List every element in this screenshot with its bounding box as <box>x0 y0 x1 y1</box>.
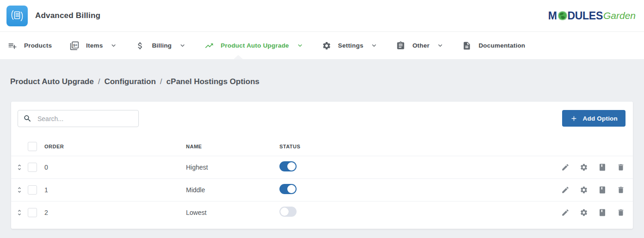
breadcrumb-separator: / <box>160 77 162 86</box>
status-toggle[interactable] <box>279 161 297 171</box>
navbar: Products9+ItemsBillingProduct Auto Upgra… <box>0 32 644 59</box>
row-checkbox[interactable] <box>28 185 37 195</box>
edit-action-button[interactable] <box>561 186 570 194</box>
nav-item-documentation[interactable]: Documentation <box>462 41 525 50</box>
chevron-down-icon <box>370 42 378 49</box>
row-actions <box>561 186 633 194</box>
drag-handle-icon[interactable] <box>16 186 23 194</box>
nav-item-label: Other <box>412 42 429 49</box>
add-option-button[interactable]: Add Option <box>562 110 625 127</box>
delete-action-button[interactable] <box>617 208 625 217</box>
column-header-status: STATUS <box>279 144 625 149</box>
options-card: Add Option ORDER NAME STATUS 0Highest1Mi… <box>11 102 633 229</box>
order-cell: 1 <box>44 186 186 194</box>
breadcrumb-item[interactable]: Product Auto Upgrade <box>10 77 94 86</box>
chevron-down-icon <box>110 42 118 49</box>
row-actions <box>561 163 633 171</box>
app-header: Advanced Billing M DULES Garden <box>0 0 644 32</box>
nav-item-other[interactable]: Other <box>396 41 444 50</box>
nav-item-label: Items <box>86 42 103 49</box>
row-checkbox[interactable] <box>28 208 37 217</box>
gear-icon <box>322 41 331 50</box>
active-tab-notch <box>234 55 243 59</box>
content-area: Product Auto Upgrade/Configuration/cPane… <box>0 59 644 238</box>
table-row: 0Highest <box>11 156 633 178</box>
status-toggle[interactable] <box>279 207 297 217</box>
order-cell: 0 <box>44 164 186 171</box>
table-row: 2Lowest <box>11 201 633 224</box>
brand-modules-m: M <box>548 10 557 22</box>
row-checkbox[interactable] <box>28 163 37 172</box>
dollar-icon <box>136 41 145 50</box>
name-cell: Middle <box>186 186 279 194</box>
search-icon <box>23 114 32 123</box>
edit-action-button[interactable] <box>561 208 570 217</box>
drag-handle-icon[interactable] <box>16 209 23 216</box>
table-header: ORDER NAME STATUS <box>11 137 633 156</box>
breadcrumb-item[interactable]: Configuration <box>104 77 155 86</box>
row-actions <box>561 208 633 217</box>
column-header-name: NAME <box>186 144 279 149</box>
add-option-label: Add Option <box>583 115 618 122</box>
chevron-down-icon <box>436 42 444 49</box>
breadcrumb: Product Auto Upgrade/Configuration/cPane… <box>0 59 644 86</box>
table-body: 0Highest1Middle2Lowest <box>11 156 633 224</box>
nav-item-items[interactable]: 9+Items <box>70 41 118 50</box>
brand-garden: Garden <box>603 10 636 21</box>
column-header-order: ORDER <box>44 144 186 149</box>
nav-item-label: Products <box>24 42 52 49</box>
log-action-button[interactable] <box>598 186 607 194</box>
log-action-button[interactable] <box>598 163 607 171</box>
chevron-down-icon <box>179 42 186 49</box>
configure-action-button[interactable] <box>580 208 588 217</box>
plus-icon <box>570 115 578 122</box>
app-logo-icon <box>6 6 28 26</box>
log-action-button[interactable] <box>598 208 607 217</box>
status-toggle[interactable] <box>279 184 297 194</box>
clipboard-icon <box>396 41 405 50</box>
edit-action-button[interactable] <box>561 163 570 171</box>
drag-handle-icon[interactable] <box>16 164 23 171</box>
nav-item-label: Documentation <box>478 42 525 49</box>
configure-action-button[interactable] <box>580 163 588 171</box>
breadcrumb-separator: / <box>98 77 100 86</box>
configure-action-button[interactable] <box>580 186 588 194</box>
trending-up-icon <box>204 41 214 50</box>
name-cell: Lowest <box>186 209 279 216</box>
search-input[interactable] <box>37 115 133 123</box>
nav-item-billing[interactable]: Billing <box>136 41 186 50</box>
delete-action-button[interactable] <box>617 163 625 171</box>
nav-item-label: Billing <box>152 42 172 49</box>
order-cell: 2 <box>44 209 186 216</box>
nav-item-settings[interactable]: Settings <box>322 41 378 50</box>
modulesgarden-logo: M DULES Garden <box>548 10 636 22</box>
chevron-down-icon <box>296 42 304 49</box>
name-cell: Highest <box>186 164 279 171</box>
page-title: Advanced Billing <box>35 11 100 20</box>
nav-item-products[interactable]: Products <box>8 41 52 50</box>
nav-item-label: Product Auto Upgrade <box>221 42 289 49</box>
select-all-checkbox[interactable] <box>28 142 37 151</box>
nav-item-label: Settings <box>338 42 364 49</box>
card-toolbar: Add Option <box>11 102 633 137</box>
globe-icon <box>557 11 568 21</box>
nav-item-product-auto-upgrade[interactable]: Product Auto Upgrade <box>204 41 304 50</box>
nine-plus-icon: 9+ <box>70 41 79 50</box>
svg-text:9+: 9+ <box>73 43 78 47</box>
table-row: 1Middle <box>11 178 633 201</box>
playlist-add-icon <box>8 41 17 50</box>
brand-modules-rest: DULES <box>568 10 603 22</box>
document-icon <box>462 41 471 50</box>
breadcrumb-item: cPanel Hostings Options <box>167 77 260 86</box>
delete-action-button[interactable] <box>617 186 625 194</box>
search-box <box>18 110 139 127</box>
